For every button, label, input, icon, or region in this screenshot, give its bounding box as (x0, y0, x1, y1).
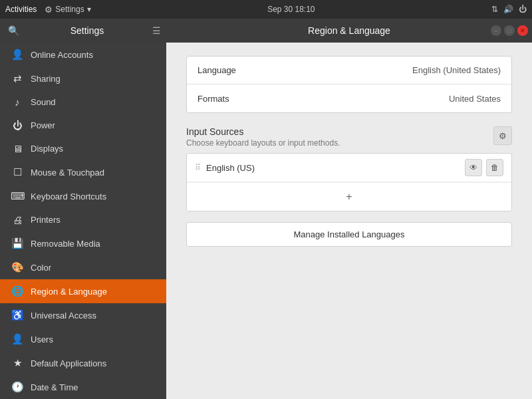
mouse-icon: ☐ (11, 166, 24, 178)
window-controls: ─ □ ✕ (491, 25, 528, 36)
online-accounts-icon: 👤 (11, 49, 24, 61)
color-icon: 🎨 (11, 261, 24, 273)
default-apps-icon: ★ (11, 357, 24, 369)
drag-handle-icon[interactable]: ⠿ (195, 163, 201, 172)
input-sources-subtitle: Choose keyboard layouts or input methods… (186, 138, 340, 148)
sidebar-item-default-applications[interactable]: ★ Default Applications (0, 351, 166, 375)
formats-row[interactable]: Formats United States (187, 84, 511, 112)
language-label: Language (198, 65, 236, 75)
sidebar-item-label: Power (31, 120, 55, 130)
displays-icon: 🖥 (11, 143, 24, 154)
sidebar-item-power[interactable]: ⏻ Power (0, 114, 166, 137)
sidebar-item-online-accounts[interactable]: 👤 Online Accounts (0, 43, 166, 66)
sidebar-item-label: Color (31, 263, 51, 273)
settings-gear-icon: ⚙ (45, 5, 53, 15)
add-input-source-row[interactable]: + (187, 182, 511, 211)
sidebar-title: Settings (27, 25, 147, 36)
sidebar-item-label: Removable Media (31, 239, 100, 249)
input-source-preview-button[interactable]: 👁 (465, 159, 482, 176)
sidebar-item-users[interactable]: 👤 Users (0, 327, 166, 351)
sidebar-item-label: Keyboard Shortcuts (31, 192, 106, 201)
sidebar-item-date-time[interactable]: 🕐 Date & Time (0, 375, 166, 399)
sidebar-item-label: Displays (31, 144, 63, 154)
sidebar-item-label: Date & Time (31, 382, 78, 392)
volume-icon: 🔊 (503, 5, 513, 14)
sidebar-item-label: Online Accounts (31, 50, 93, 60)
app-arrow-icon: ▾ (87, 5, 91, 14)
content-area: Language English (United States) Formats… (166, 43, 532, 399)
topbar-right: ⇅ 🔊 ⏻ (491, 5, 527, 14)
settings-window: 🔍 Settings ☰ Region & Language ─ □ ✕ 👤 O… (0, 19, 532, 399)
formats-label: Formats (198, 94, 229, 104)
input-source-name: English (US) (206, 163, 460, 173)
close-button[interactable]: ✕ (517, 25, 528, 36)
formats-value: United States (449, 94, 501, 104)
input-source-row: ⠿ English (US) 👁 🗑 (187, 154, 511, 182)
language-value: English (United States) (412, 65, 501, 75)
manage-languages-button[interactable]: Manage Installed Languages (186, 222, 512, 247)
window-header: 🔍 Settings ☰ Region & Language ─ □ ✕ (0, 19, 532, 43)
sidebar-item-printers[interactable]: 🖨 Printers (0, 208, 166, 231)
power-menu-icon: ⏻ (11, 120, 24, 131)
sidebar-item-sharing[interactable]: ⇄ Sharing (0, 66, 166, 90)
gear-icon: ⚙ (499, 131, 507, 141)
app-name-label: Settings (55, 5, 84, 14)
sidebar-item-label: Sound (31, 97, 56, 107)
input-sources-header: Input Sources Choose keyboard layouts or… (186, 126, 512, 148)
activities-button[interactable]: Activities (5, 5, 37, 14)
sidebar-item-displays[interactable]: 🖥 Displays (0, 137, 166, 160)
sharing-icon: ⇄ (11, 72, 24, 84)
sidebar-item-color[interactable]: 🎨 Color (0, 255, 166, 279)
sidebar-header: 🔍 Settings ☰ (0, 19, 166, 43)
users-icon: 👤 (11, 333, 24, 345)
keyboard-icon: ⌨ (11, 190, 24, 202)
input-sources-gear-button[interactable]: ⚙ (493, 126, 512, 145)
input-source-actions: 👁 🗑 (465, 159, 503, 176)
topbar: Activities ⚙ Settings ▾ Sep 30 18:10 ⇅ 🔊… (0, 0, 532, 19)
add-icon: + (346, 191, 352, 203)
sidebar-item-label: Mouse & Touchpad (31, 168, 104, 178)
sidebar-item-label: Region & Language (31, 287, 107, 297)
menu-button[interactable]: ☰ (152, 25, 161, 36)
topbar-left: Activities ⚙ Settings ▾ (5, 5, 91, 15)
input-sources-header-text: Input Sources Choose keyboard layouts or… (186, 126, 340, 148)
printers-icon: 🖨 (11, 214, 24, 225)
datetime-label: Sep 30 18:10 (267, 5, 315, 14)
sidebar-item-label: Universal Access (31, 311, 96, 321)
sound-icon: ♪ (11, 96, 24, 108)
input-sources-title: Input Sources (186, 126, 340, 137)
app-indicator: ⚙ Settings ▾ (45, 5, 90, 15)
sidebar-item-region-language[interactable]: 🌐 Region & Language (0, 279, 166, 303)
window-body: 👤 Online Accounts ⇄ Sharing ♪ Sound ⏻ Po… (0, 43, 532, 399)
maximize-button[interactable]: □ (504, 25, 515, 36)
eye-icon: 👁 (469, 163, 477, 172)
date-time-icon: 🕐 (11, 381, 24, 393)
network-icon: ⇅ (491, 5, 498, 14)
removable-media-icon: 💾 (11, 237, 24, 249)
content-title: Region & Language (308, 25, 390, 36)
sidebar: 👤 Online Accounts ⇄ Sharing ♪ Sound ⏻ Po… (0, 43, 166, 399)
universal-access-icon: ♿ (11, 309, 24, 321)
sidebar-item-sound[interactable]: ♪ Sound (0, 90, 166, 114)
minimize-button[interactable]: ─ (491, 25, 501, 36)
input-source-delete-button[interactable]: 🗑 (486, 159, 503, 176)
trash-icon: 🗑 (491, 163, 499, 172)
power-icon: ⏻ (519, 5, 527, 14)
sidebar-item-keyboard-shortcuts[interactable]: ⌨ Keyboard Shortcuts (0, 184, 166, 208)
sidebar-item-label: Printers (31, 215, 61, 225)
sidebar-item-label: Users (31, 334, 53, 344)
sidebar-item-removable-media[interactable]: 💾 Removable Media (0, 231, 166, 255)
input-source-card: ⠿ English (US) 👁 🗑 + (186, 153, 512, 211)
topbar-datetime: Sep 30 18:10 (267, 5, 315, 14)
language-row[interactable]: Language English (United States) (187, 57, 511, 84)
sidebar-item-label: Default Applications (31, 358, 106, 368)
content-header: Region & Language ─ □ ✕ (166, 19, 532, 43)
sidebar-item-label: Sharing (31, 74, 61, 84)
sidebar-item-mouse-touchpad[interactable]: ☐ Mouse & Touchpad (0, 160, 166, 184)
language-formats-card: Language English (United States) Formats… (186, 56, 512, 113)
sidebar-item-universal-access[interactable]: ♿ Universal Access (0, 303, 166, 327)
region-language-icon: 🌐 (11, 285, 24, 297)
search-button[interactable]: 🔍 (5, 24, 22, 37)
